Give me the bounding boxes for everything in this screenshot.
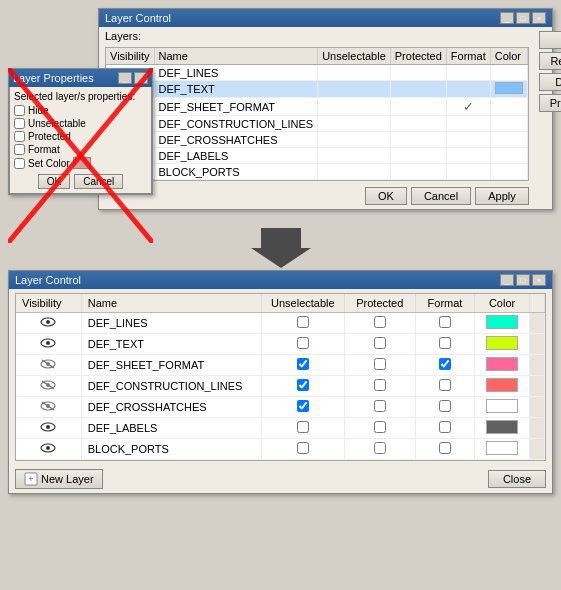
unselectable-checkbox[interactable] <box>14 118 25 129</box>
format-cb[interactable] <box>439 400 451 412</box>
new-btn[interactable]: New <box>539 31 561 49</box>
bottom-table-row[interactable]: DEF_TEXT <box>16 334 545 355</box>
top-maximize-btn[interactable]: □ <box>516 12 530 24</box>
protected-cb[interactable] <box>374 379 386 391</box>
col-visibility: Visibility <box>106 48 154 65</box>
table-row[interactable]: DEF_TEXT <box>106 81 527 98</box>
unselectable-label: Unselectable <box>28 118 86 129</box>
color-box[interactable] <box>486 357 518 371</box>
top-minimize-btn[interactable]: _ <box>500 12 514 24</box>
protected-cb[interactable] <box>374 421 386 433</box>
set-color-label: Set Color <box>28 158 70 169</box>
layer-props-close-btn[interactable]: × <box>134 72 148 84</box>
protected-cb[interactable] <box>374 358 386 370</box>
bottom-col-unselectable: Unselectable <box>261 294 344 313</box>
unselectable-cb[interactable] <box>297 379 309 391</box>
unselectable-cb[interactable] <box>297 316 309 328</box>
table-row[interactable]: DEF_LABELS <box>106 148 527 164</box>
table-row[interactable]: BLOCK_PORTS <box>106 164 527 180</box>
unselectable-cb[interactable] <box>297 421 309 433</box>
format-cb[interactable] <box>439 358 451 370</box>
bottom-format-cell <box>415 418 475 439</box>
protected-checkbox[interactable] <box>14 131 25 142</box>
set-color-checkbox[interactable] <box>14 158 25 169</box>
bottom-color-cell[interactable] <box>475 313 529 334</box>
table-row[interactable]: DEF_SHEET_FORMAT ✓ <box>106 98 527 116</box>
bottom-close-btn[interactable]: Close <box>488 470 546 488</box>
color-box[interactable] <box>486 420 518 434</box>
format-cb[interactable] <box>439 337 451 349</box>
color-swatch <box>495 82 523 94</box>
color-swatch[interactable] <box>73 157 91 169</box>
top-apply-btn[interactable]: Apply <box>475 187 529 205</box>
format-checkbox[interactable] <box>14 144 25 155</box>
bottom-format-cell <box>415 313 475 334</box>
bottom-color-cell[interactable] <box>475 376 529 397</box>
top-ok-btn[interactable]: OK <box>365 187 407 205</box>
bottom-table-row[interactable]: DEF_SHEET_FORMAT <box>16 355 545 376</box>
format-cb[interactable] <box>439 379 451 391</box>
format-cb[interactable] <box>439 316 451 328</box>
color-box[interactable] <box>486 336 518 350</box>
table-row[interactable]: DEF_LINES <box>106 65 527 81</box>
name-cell: DEF_CONSTRUCTION_LINES <box>154 116 318 132</box>
unselectable-cb[interactable] <box>297 442 309 454</box>
color-box[interactable] <box>486 315 518 329</box>
table-row[interactable]: DEF_CROSSHATCHES <box>106 132 527 148</box>
bottom-vis-cell[interactable] <box>16 439 81 460</box>
bottom-col-protected: Protected <box>344 294 415 313</box>
bottom-vis-cell[interactable] <box>16 397 81 418</box>
bottom-table-row[interactable]: DEF_LABELS <box>16 418 545 439</box>
props-cancel-btn[interactable]: Cancel <box>74 174 123 189</box>
format-cb[interactable] <box>439 442 451 454</box>
bottom-vis-cell[interactable] <box>16 334 81 355</box>
bottom-table-row[interactable]: BLOCK_PORTS <box>16 439 545 460</box>
bottom-color-cell[interactable] <box>475 334 529 355</box>
protected-cb[interactable] <box>374 316 386 328</box>
protected-label: Protected <box>28 131 71 142</box>
layer-props-minimize-btn[interactable]: _ <box>118 72 132 84</box>
unselectable-cb[interactable] <box>297 400 309 412</box>
new-layer-icon: + <box>24 472 38 486</box>
bottom-color-cell[interactable] <box>475 418 529 439</box>
layers-label: Layers: <box>99 27 535 45</box>
format-cb[interactable] <box>439 421 451 433</box>
unselectable-cb[interactable] <box>297 337 309 349</box>
protected-cb[interactable] <box>374 442 386 454</box>
bottom-vis-cell[interactable] <box>16 418 81 439</box>
layer-props-body: Selected layer/s properties: Hide Unsele… <box>9 87 152 194</box>
bottom-vis-cell[interactable] <box>16 355 81 376</box>
bottom-table-row[interactable]: DEF_LINES <box>16 313 545 334</box>
color-box[interactable] <box>486 441 518 455</box>
bottom-maximize-btn[interactable]: □ <box>516 274 530 286</box>
table-row[interactable]: DEF_CONSTRUCTION_LINES <box>106 116 527 132</box>
bottom-close-btn[interactable]: × <box>532 274 546 286</box>
protected-cb[interactable] <box>374 400 386 412</box>
bottom-minimize-btn[interactable]: _ <box>500 274 514 286</box>
rename-btn[interactable]: Rename <box>539 52 561 70</box>
bottom-name-cell: DEF_CROSSHATCHES <box>81 397 261 418</box>
bottom-color-cell[interactable] <box>475 439 529 460</box>
hide-checkbox[interactable] <box>14 105 25 116</box>
bottom-protected-cell <box>344 355 415 376</box>
new-layer-btn[interactable]: + New Layer <box>15 469 103 489</box>
format-check: ✓ <box>451 99 486 114</box>
delete-btn[interactable]: Delete <box>539 73 561 91</box>
properties-btn[interactable]: Properties... <box>539 94 561 112</box>
color-box[interactable] <box>486 399 518 413</box>
protected-cb[interactable] <box>374 337 386 349</box>
bottom-vis-cell[interactable] <box>16 313 81 334</box>
bottom-color-cell[interactable] <box>475 355 529 376</box>
bottom-layer-table: Visibility Name Unselectable Protected F… <box>16 294 545 460</box>
bottom-color-cell[interactable] <box>475 397 529 418</box>
props-ok-btn[interactable]: OK <box>38 174 70 189</box>
bottom-table-row[interactable]: DEF_CROSSHATCHES <box>16 397 545 418</box>
color-box[interactable] <box>486 378 518 392</box>
protected-checkbox-row: Protected <box>14 131 147 142</box>
top-close-btn[interactable]: × <box>532 12 546 24</box>
bottom-format-cell <box>415 355 475 376</box>
bottom-vis-cell[interactable] <box>16 376 81 397</box>
bottom-table-row[interactable]: DEF_CONSTRUCTION_LINES <box>16 376 545 397</box>
top-cancel-btn[interactable]: Cancel <box>411 187 471 205</box>
unselectable-cb[interactable] <box>297 358 309 370</box>
